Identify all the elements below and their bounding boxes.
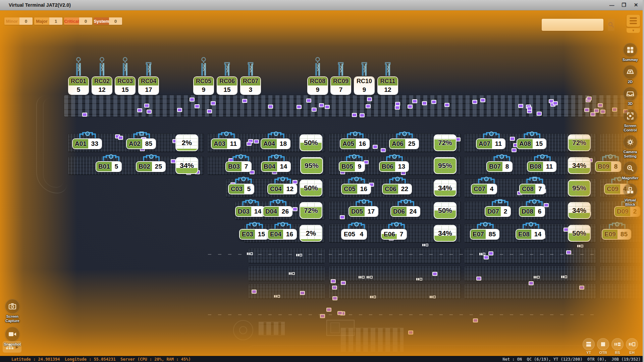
- quay-crane-RC03[interactable]: RC0315: [115, 77, 135, 94]
- block-A04[interactable]: A0418: [261, 139, 290, 148]
- block-C06[interactable]: C0622: [383, 184, 411, 194]
- block-A06[interactable]: A0625: [390, 139, 418, 148]
- block-E08[interactable]: E0814: [516, 230, 544, 239]
- block-E04[interactable]: E0416: [268, 230, 296, 239]
- block-D03[interactable]: D0314: [236, 207, 264, 216]
- occupancy-badge-34pct[interactable]: 34%: [176, 158, 198, 173]
- occupancy-badge-72pct[interactable]: 72%: [300, 203, 322, 218]
- quay-crane-RC10[interactable]: RC109: [355, 77, 374, 94]
- occupancy-value: 72%: [434, 135, 456, 150]
- occupancy-badge-50pct[interactable]: 50%: [434, 203, 456, 218]
- alert-major[interactable]: Major1: [34, 17, 62, 25]
- block-C08[interactable]: C087: [520, 184, 545, 194]
- alert-minor[interactable]: Minor0: [4, 17, 33, 25]
- block-B04[interactable]: B0414: [262, 162, 290, 171]
- quay-crane-RC11[interactable]: RC1112: [378, 77, 397, 94]
- search-icon[interactable]: [608, 19, 614, 31]
- search-input[interactable]: [542, 19, 608, 31]
- toggle-eh[interactable]: EH: [626, 338, 638, 355]
- block-B08[interactable]: B0811: [528, 162, 556, 171]
- occupancy-badge-50pct[interactable]: 50%: [300, 180, 322, 196]
- equipment-marker: [340, 215, 345, 219]
- block-D05[interactable]: D0517: [349, 207, 378, 216]
- quay-crane-RC02[interactable]: RC0212: [92, 77, 112, 94]
- occupancy-badge-34pct[interactable]: 34%: [569, 203, 590, 218]
- terminal-map[interactable]: RC015RC0212RC0315RC0417RC059RC0615RC073R…: [0, 10, 644, 356]
- menu-collapse-chevron-icon[interactable]: ▼: [627, 28, 640, 33]
- quay-crane-RC06[interactable]: RC0615: [217, 77, 237, 94]
- hamburger-menu-icon[interactable]: [627, 15, 640, 27]
- block-B03[interactable]: B037: [226, 162, 251, 171]
- occupancy-badge-95pct[interactable]: 95%: [434, 158, 456, 173]
- quay-crane-RC09[interactable]: RC097: [331, 77, 351, 94]
- block-E06[interactable]: E067: [382, 230, 406, 239]
- occupancy-badge-50pct[interactable]: 50%: [569, 226, 590, 241]
- block-A05[interactable]: A0516: [340, 139, 369, 148]
- block-E09[interactable]: E0985: [602, 230, 631, 239]
- block-B06[interactable]: B0613: [380, 162, 408, 171]
- block-B02[interactable]: B0225: [137, 162, 165, 171]
- equipment-marker: [579, 286, 584, 290]
- occupancy-badge-34pct[interactable]: 34%: [434, 180, 456, 196]
- occupancy-badge-34pct[interactable]: 34%: [434, 226, 456, 241]
- occupancy-badge-50pct[interactable]: 50%: [300, 135, 322, 150]
- block-A07[interactable]: A0711: [477, 139, 505, 148]
- occupancy-badge-72pct[interactable]: 72%: [569, 135, 590, 150]
- block-C03[interactable]: C035: [229, 184, 254, 194]
- block-B09[interactable]: B098: [596, 162, 621, 171]
- occupancy-badge-2pct[interactable]: 2%: [176, 135, 198, 150]
- close-button[interactable]: ✕: [631, 1, 641, 9]
- occupancy-badge-2pct[interactable]: 2%: [300, 226, 322, 241]
- quay-crane-RC07[interactable]: RC073: [241, 77, 260, 94]
- block-D07[interactable]: D072: [485, 207, 510, 216]
- block-C05[interactable]: C0516: [342, 184, 370, 194]
- occupancy-badge-34pct[interactable]: 34%: [569, 158, 590, 173]
- sidebar-item-screen-control[interactable]: Screen Control: [623, 109, 637, 132]
- minimize-button[interactable]: —: [607, 1, 616, 9]
- block-E05[interactable]: E054: [342, 230, 366, 239]
- sidebar-item-magnifier[interactable]: Magnifier: [622, 161, 639, 180]
- block-B01[interactable]: B015: [96, 162, 121, 171]
- sidebar-item-summary[interactable]: Summay: [623, 43, 638, 62]
- toggle-otr[interactable]: OTR: [597, 338, 609, 355]
- occupancy-badge-95pct[interactable]: 95%: [301, 158, 322, 173]
- block-E03[interactable]: E0315: [240, 230, 268, 239]
- block-C04[interactable]: C0412: [268, 184, 297, 194]
- occupancy-badge-72pct[interactable]: 72%: [434, 135, 456, 150]
- alert-critical[interactable]: Critical0: [64, 17, 92, 25]
- block-D08[interactable]: D086: [520, 207, 544, 216]
- equipment-marker: [268, 105, 273, 109]
- toggle-yt[interactable]: YT: [583, 338, 595, 355]
- sidebar-item-camera-setting[interactable]: Camera Setting: [623, 135, 637, 158]
- quay-crane-RC04[interactable]: RC0417: [139, 77, 158, 94]
- quay-crane-RC08[interactable]: RC089: [308, 77, 327, 94]
- block-B05[interactable]: B059: [339, 162, 364, 171]
- sidebar-item-3d[interactable]: 3D: [623, 87, 637, 106]
- titlebar[interactable]: Virtual Terminal JAT2(V2.0) —❐✕: [0, 0, 644, 10]
- tree-view-panel[interactable]: ▶: [3, 341, 21, 353]
- alert-count: 0: [19, 17, 33, 25]
- block-A02[interactable]: A0285: [127, 139, 155, 148]
- maximize-button[interactable]: ❐: [619, 1, 629, 9]
- block-A08[interactable]: A0815: [517, 139, 546, 148]
- equipment-marker: [395, 102, 400, 106]
- quay-crane-RC05[interactable]: RC059: [194, 77, 213, 94]
- block-D06[interactable]: D0624: [391, 207, 420, 216]
- block-B07[interactable]: B078: [487, 162, 512, 171]
- sidebar-item-virtual-block[interactable]: Virtual Block: [623, 183, 637, 206]
- block-E07[interactable]: E0785: [471, 230, 499, 239]
- block-A01[interactable]: A0133: [73, 139, 101, 148]
- quay-crane-RC01[interactable]: RC015: [69, 77, 88, 94]
- block-count: 85: [618, 230, 631, 239]
- block-C07[interactable]: C074: [472, 184, 496, 194]
- screen-capture-button[interactable]: Screen Capture: [5, 299, 20, 323]
- occupancy-value: 72%: [300, 203, 322, 218]
- toggle-rs[interactable]: RS: [611, 338, 624, 355]
- occupancy-value: 50%: [569, 226, 590, 241]
- equipment-marker: [529, 281, 534, 285]
- sidebar-item-2d[interactable]: 2D: [623, 65, 637, 84]
- alert-system[interactable]: System0: [94, 17, 122, 25]
- block-A03[interactable]: A0311: [212, 139, 240, 148]
- block-D04[interactable]: D0426: [263, 207, 292, 216]
- occupancy-badge-95pct[interactable]: 95%: [569, 180, 590, 196]
